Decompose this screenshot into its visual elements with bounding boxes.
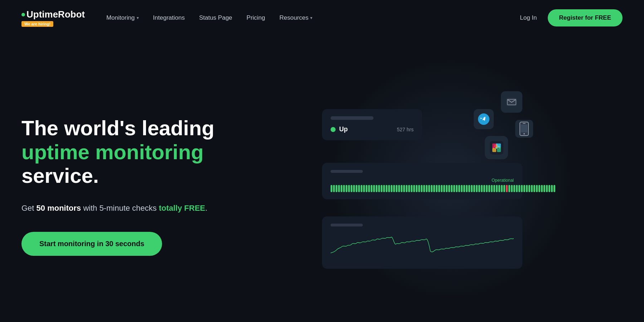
logo[interactable]: UptimeRobot xyxy=(21,9,85,20)
logo-area: UptimeRobot We are hiring! xyxy=(21,9,85,27)
nav-integrations[interactable]: Integrations xyxy=(153,14,185,21)
uptime-segment xyxy=(463,185,465,192)
uptime-segment xyxy=(413,185,415,192)
monitor-card-up: Up 527 hrs xyxy=(322,109,422,140)
hero-subtitle-mid: with 5-minute checks xyxy=(81,204,159,213)
nav-status-page-label: Status Page xyxy=(199,14,232,21)
hero-title: The world's leading uptime monitoring se… xyxy=(21,116,243,188)
uptime-segment xyxy=(513,185,515,192)
uptime-segment xyxy=(346,185,347,192)
uptime-segment xyxy=(471,185,473,192)
uptime-segment xyxy=(333,185,335,192)
hero-right: Up 527 hrs Operational xyxy=(243,50,623,322)
uptime-segment xyxy=(501,185,503,192)
uptime-segment xyxy=(433,185,435,192)
uptime-segment xyxy=(451,185,453,192)
uptime-segment xyxy=(381,185,382,192)
uptime-segment xyxy=(448,185,450,192)
uptime-segment xyxy=(518,185,520,192)
navbar: UptimeRobot We are hiring! Monitoring ▾ … xyxy=(0,0,644,36)
nav-pricing-label: Pricing xyxy=(247,14,265,21)
nav-resources[interactable]: Resources ▾ xyxy=(279,14,312,21)
uptime-segment xyxy=(466,185,468,192)
uptime-segment xyxy=(478,185,480,192)
nav-integrations-label: Integrations xyxy=(153,14,185,21)
uptime-segment xyxy=(431,185,433,192)
uptime-segment xyxy=(516,185,518,192)
hero-subtitle-pre: Get xyxy=(21,204,36,213)
uptime-segment xyxy=(376,185,377,192)
uptime-segment xyxy=(548,185,550,192)
register-button[interactable]: Register for FREE xyxy=(548,9,623,26)
chevron-down-icon: ▾ xyxy=(137,15,139,20)
uptime-segment xyxy=(356,185,357,192)
uptime-segment xyxy=(403,185,405,192)
svg-rect-9 xyxy=(497,143,501,147)
status-row: Up 527 hrs xyxy=(331,126,414,133)
nav-resources-label: Resources xyxy=(279,14,308,21)
svg-rect-10 xyxy=(492,148,496,152)
uptime-segment xyxy=(531,185,533,192)
hero-left: The world's leading uptime monitoring se… xyxy=(21,116,243,256)
nav-status-page[interactable]: Status Page xyxy=(199,14,232,21)
uptime-segment xyxy=(366,185,367,192)
uptime-segment xyxy=(438,185,440,192)
uptime-segment xyxy=(351,185,352,192)
hero-subtitle-end: . xyxy=(205,204,208,213)
uptime-segment xyxy=(458,185,460,192)
uptime-segment xyxy=(481,185,483,192)
uptime-segment xyxy=(503,185,505,192)
status-dot-up xyxy=(331,127,336,132)
uptime-segment xyxy=(373,185,375,192)
uptime-segment xyxy=(541,185,543,192)
uptime-segment xyxy=(348,185,350,192)
uptime-segment xyxy=(343,185,345,192)
uptime-segment xyxy=(493,185,495,192)
uptime-segment xyxy=(553,185,555,192)
uptime-segment xyxy=(416,185,418,192)
card-title-placeholder-3 xyxy=(331,224,363,226)
uptime-segment xyxy=(441,185,443,192)
email-notification-icon xyxy=(501,91,522,113)
uptime-segment xyxy=(521,185,523,192)
svg-point-5 xyxy=(523,133,525,135)
uptime-segment xyxy=(411,185,413,192)
svg-rect-6 xyxy=(521,125,527,132)
uptime-segment xyxy=(511,185,513,192)
uptime-segment xyxy=(488,185,490,192)
status-hours: 527 hrs xyxy=(397,127,414,132)
nav-monitoring[interactable]: Monitoring ▾ xyxy=(106,14,138,21)
chevron-down-icon-2: ▾ xyxy=(310,15,312,20)
uptime-segment xyxy=(371,185,372,192)
nav-pricing[interactable]: Pricing xyxy=(247,14,265,21)
status-up-text: Up xyxy=(339,126,348,133)
uptime-segment xyxy=(551,185,553,192)
uptime-segment xyxy=(473,185,475,192)
uptime-segment xyxy=(383,185,385,192)
svg-rect-8 xyxy=(492,143,496,147)
response-chart xyxy=(331,231,514,260)
svg-rect-11 xyxy=(497,148,501,152)
uptime-segment xyxy=(496,185,498,192)
uptime-segment xyxy=(476,185,478,192)
uptime-segment xyxy=(341,185,342,192)
hiring-badge: We are hiring! xyxy=(21,21,53,27)
hero-section: The world's leading uptime monitoring se… xyxy=(0,36,644,322)
uptime-segment xyxy=(386,185,387,192)
uptime-segment xyxy=(408,185,410,192)
uptime-segment xyxy=(506,185,508,192)
uptime-segment xyxy=(491,185,493,192)
nav-monitoring-label: Monitoring xyxy=(106,14,135,21)
uptime-segment xyxy=(423,185,425,192)
uptime-segment xyxy=(406,185,408,192)
uptime-segment xyxy=(508,185,510,192)
uptime-segment xyxy=(418,185,420,192)
uptime-segment xyxy=(331,185,332,192)
login-link[interactable]: Log In xyxy=(520,14,537,21)
card-title-placeholder-2 xyxy=(331,170,363,173)
uptime-segment xyxy=(536,185,538,192)
monitor-card-response xyxy=(322,216,522,269)
uptime-segment xyxy=(361,185,362,192)
cta-button[interactable]: Start monitoring in 30 seconds xyxy=(21,232,162,256)
hero-subtitle-bold: 50 monitors xyxy=(36,204,81,213)
